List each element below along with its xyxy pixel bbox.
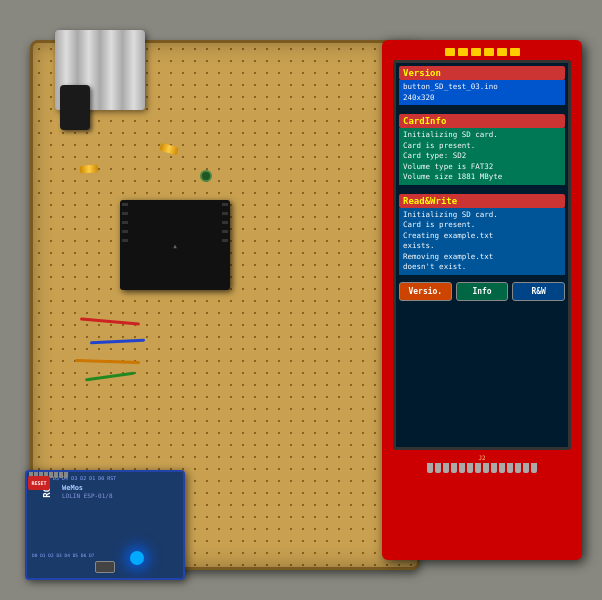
bottom-pin-5 <box>459 463 465 473</box>
version-content: button_SD_test_03.ino 240x320 <box>399 80 565 105</box>
green-capacitor <box>200 170 212 182</box>
bottom-pin-2 <box>435 463 441 473</box>
readwrite-section: Read&Write Initializing SD card. Card is… <box>399 194 565 275</box>
section-gap-2 <box>396 188 568 191</box>
bottom-pin-row <box>427 463 537 473</box>
pin-3 <box>471 48 481 56</box>
pin-2 <box>458 48 468 56</box>
bottom-pin-9 <box>491 463 497 473</box>
tft-module: Version button_SD_test_03.ino 240x320 Ca… <box>382 40 582 560</box>
resistor-2 <box>80 164 99 174</box>
tft-bottom-label: J2 <box>478 454 485 461</box>
cardinfo-section: CardInfo Initializing SD card. Card is p… <box>399 114 565 185</box>
connector-pins-top <box>445 48 520 56</box>
bottom-pin-4 <box>451 463 457 473</box>
bottom-pin-1 <box>427 463 433 473</box>
lcd-info-button[interactable]: Info <box>456 282 509 301</box>
bottom-pin-8 <box>483 463 489 473</box>
pin-6 <box>510 48 520 56</box>
version-header: Version <box>399 66 565 80</box>
bottom-pin-12 <box>515 463 521 473</box>
section-gap-1 <box>396 108 568 111</box>
ic-chip: ▲ <box>120 200 230 290</box>
cardinfo-content: Initializing SD card. Card is present. C… <box>399 128 565 185</box>
screen-content: Version button_SD_test_03.ino 240x320 Ca… <box>396 63 568 447</box>
lcd-screen: Version button_SD_test_03.ino 240x320 Ca… <box>393 60 571 450</box>
tft-top-connector <box>388 48 576 56</box>
bottom-pin-13 <box>523 463 529 473</box>
bottom-pin-11 <box>507 463 513 473</box>
readwrite-header: Read&Write <box>399 194 565 208</box>
pin-1 <box>445 48 455 56</box>
reset-button[interactable]: RESET <box>28 476 50 490</box>
blue-led <box>130 551 144 565</box>
wemos-bottom-pins: D0 D1 D2 D3 D4 D5 D6 D7 <box>32 553 94 558</box>
lcd-button-row: Versio. Info R&W <box>399 282 565 301</box>
pin-4 <box>484 48 494 56</box>
bottom-pin-3 <box>443 463 449 473</box>
bottom-pin-6 <box>467 463 473 473</box>
readwrite-content: Initializing SD card. Card is present. C… <box>399 208 565 275</box>
capacitor <box>60 85 90 130</box>
bottom-pin-7 <box>475 463 481 473</box>
lcd-version-button[interactable]: Versio. <box>399 282 452 301</box>
bottom-pin-14 <box>531 463 537 473</box>
wemos-sub-label: LOLIN ESP-01/8 <box>62 492 173 499</box>
wemos-model-label: WeMos <box>62 484 173 492</box>
lcd-rw-button[interactable]: R&W <box>512 282 565 301</box>
version-section: Version button_SD_test_03.ino 240x320 <box>399 66 565 105</box>
pin-5 <box>497 48 507 56</box>
bottom-pin-10 <box>499 463 505 473</box>
tft-bottom-connector: J2 <box>388 454 576 473</box>
cardinfo-header: CardInfo <box>399 114 565 128</box>
